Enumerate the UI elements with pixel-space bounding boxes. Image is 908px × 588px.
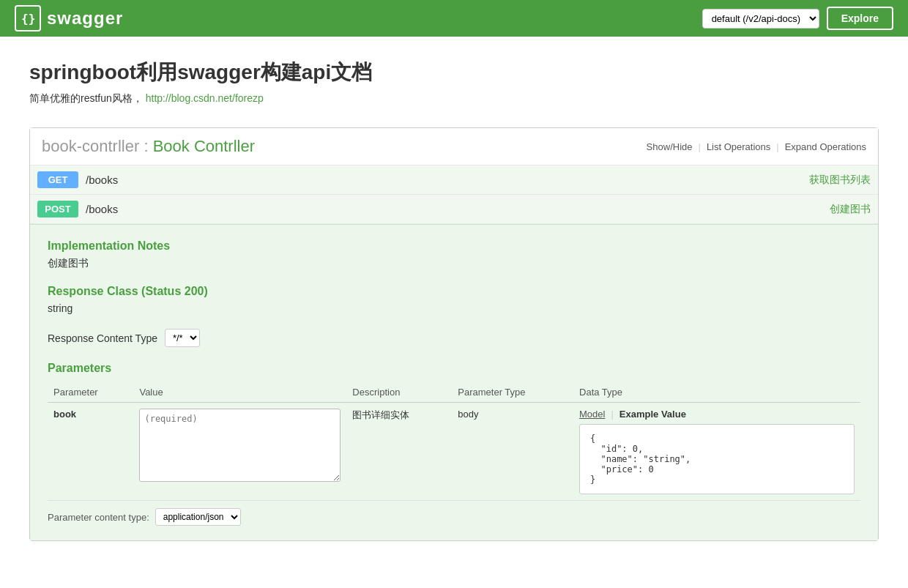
table-header-row: Parameter Value Description Parameter Ty…	[48, 382, 860, 403]
logo-area: {} swagger	[15, 5, 123, 31]
example-value-tab[interactable]: Example Value	[619, 409, 686, 420]
th-parameter-type: Parameter Type	[452, 382, 573, 403]
parameters-title: Parameters	[48, 362, 860, 375]
page-subtitle: 简单优雅的restfun风格， http://blog.csdn.net/for…	[29, 92, 879, 105]
get-description: 获取图书列表	[809, 174, 871, 187]
get-books-row[interactable]: GET /books 获取图书列表	[30, 165, 878, 195]
table-row: book 图书详细实体 body Model	[48, 403, 860, 501]
sep2: |	[776, 141, 778, 152]
impl-notes-title: Implementation Notes	[48, 239, 860, 253]
response-content-type-row: Response Content Type */*	[48, 329, 860, 347]
response-content-type-label: Response Content Type	[48, 332, 157, 344]
post-path: /books	[86, 203, 830, 215]
explore-button[interactable]: Explore	[827, 7, 893, 30]
model-tab-sep: |	[611, 409, 613, 420]
param-name-cell: book	[48, 403, 133, 501]
param-value-textarea[interactable]	[139, 409, 340, 482]
api-selector[interactable]: default (/v2/api-docs)	[702, 9, 819, 29]
th-value: Value	[133, 382, 346, 403]
expand-operations-link[interactable]: Expand Operations	[785, 141, 866, 152]
main-content: springboot利用swagger构建api文档 简单优雅的restfun风…	[0, 37, 908, 563]
sep1: |	[698, 141, 700, 152]
get-badge: GET	[37, 171, 78, 188]
param-content-type-label: Parameter content type:	[48, 512, 149, 523]
param-value-cell	[133, 403, 346, 501]
subtitle-text: 简单优雅的restfun风格，	[29, 92, 143, 104]
impl-notes-value: 创建图书	[48, 257, 860, 270]
param-type: body	[458, 409, 478, 420]
subtitle-link[interactable]: http://blog.csdn.net/forezp	[146, 92, 264, 104]
list-operations-link[interactable]: List Operations	[707, 141, 770, 152]
response-class-value: string	[48, 302, 860, 314]
show-hide-link[interactable]: Show/Hide	[647, 141, 693, 152]
controller-actions: Show/Hide | List Operations | Expand Ope…	[647, 141, 866, 152]
th-data-type: Data Type	[573, 382, 860, 403]
header-controls: default (/v2/api-docs) Explore	[702, 7, 893, 30]
json-example-block: { "id": 0, "name": "string", "price": 0 …	[579, 424, 855, 494]
param-description: 图书详细实体	[352, 409, 409, 420]
post-expanded-section: Implementation Notes 创建图书 Response Class…	[30, 224, 878, 540]
swagger-icon: {}	[15, 5, 41, 31]
parameters-table: Parameter Value Description Parameter Ty…	[48, 382, 860, 501]
param-content-type-select[interactable]: application/json	[155, 508, 241, 526]
param-type-cell: body	[452, 403, 573, 501]
post-badge: POST	[37, 201, 78, 217]
post-description: 创建图书	[830, 203, 871, 216]
post-books-row[interactable]: POST /books 创建图书	[30, 195, 878, 224]
model-tab[interactable]: Model	[579, 409, 605, 420]
controller-name: book-contrller : Book Contrller	[42, 137, 255, 156]
param-name: book	[53, 409, 76, 420]
response-content-type-select[interactable]: */*	[165, 329, 200, 347]
controller-header: book-contrller : Book Contrller Show/Hid…	[30, 128, 878, 165]
param-description-cell: 图书详细实体	[346, 403, 452, 501]
svg-text:{}: {}	[21, 12, 35, 26]
controller-id: book-contrller	[42, 137, 139, 155]
param-content-type-row: Parameter content type: application/json	[48, 508, 860, 526]
model-tabs: Model | Example Value	[579, 409, 855, 420]
param-data-type-cell: Model | Example Value { "id": 0, "name":…	[573, 403, 860, 501]
swagger-title: swagger	[47, 8, 123, 29]
controller-section: book-contrller : Book Contrller Show/Hid…	[29, 127, 879, 541]
response-class-title: Response Class (Status 200)	[48, 285, 860, 298]
th-parameter: Parameter	[48, 382, 133, 403]
controller-sep: :	[144, 137, 152, 155]
header: {} swagger default (/v2/api-docs) Explor…	[0, 0, 908, 37]
page-title: springboot利用swagger构建api文档	[29, 59, 879, 86]
get-path: /books	[86, 174, 809, 186]
controller-description: Book Contrller	[153, 137, 255, 155]
th-description: Description	[346, 382, 452, 403]
